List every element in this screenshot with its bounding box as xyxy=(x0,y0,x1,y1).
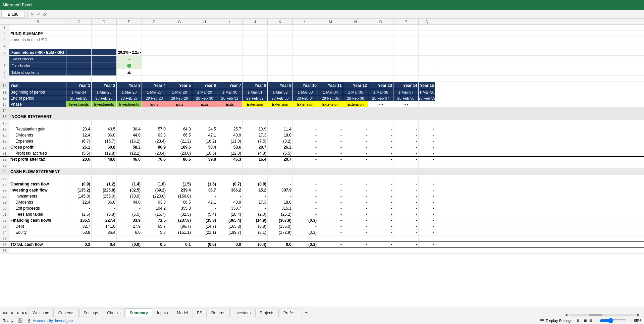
cell[interactable] xyxy=(117,107,142,113)
cell[interactable] xyxy=(92,31,117,37)
cell[interactable] xyxy=(268,62,293,69)
cell[interactable]: - xyxy=(293,126,318,132)
cell[interactable]: - xyxy=(393,150,419,156)
cell[interactable] xyxy=(243,120,268,126)
cell[interactable]: 0.1 xyxy=(167,242,192,247)
cell[interactable] xyxy=(343,25,368,31)
col-header-k[interactable]: K xyxy=(268,19,293,24)
cell[interactable]: - xyxy=(293,211,318,217)
cell[interactable]: 58.2 xyxy=(117,144,142,150)
cell[interactable] xyxy=(318,107,343,113)
cell[interactable] xyxy=(117,31,142,37)
cell[interactable] xyxy=(318,69,343,75)
cell[interactable]: (307.9) xyxy=(268,217,293,223)
cell[interactable]: - xyxy=(343,126,368,132)
cell[interactable]: 11.4 xyxy=(268,126,293,132)
cell[interactable] xyxy=(343,69,368,75)
cell[interactable]: - xyxy=(343,211,368,217)
cell[interactable]: - xyxy=(368,187,393,193)
cell[interactable]: - xyxy=(393,217,419,223)
cell[interactable]: 58.6 xyxy=(217,144,243,150)
cell[interactable] xyxy=(293,162,318,168)
cell[interactable]: - xyxy=(368,150,393,156)
cell[interactable] xyxy=(268,113,293,120)
cell[interactable] xyxy=(393,43,419,49)
cell[interactable] xyxy=(293,69,318,75)
cell[interactable]: 42.1 xyxy=(192,199,217,205)
tab-returns[interactable]: Returns xyxy=(207,309,230,317)
cell[interactable]: - xyxy=(318,150,343,156)
cell[interactable] xyxy=(368,25,393,31)
cell[interactable]: (10.6) xyxy=(192,150,217,156)
cell[interactable] xyxy=(92,113,117,120)
cell[interactable] xyxy=(393,56,419,62)
cell[interactable]: - xyxy=(368,126,393,132)
cell[interactable] xyxy=(66,43,92,49)
cell[interactable] xyxy=(217,69,243,75)
tab-checks[interactable]: Checks xyxy=(103,309,125,317)
cell[interactable] xyxy=(343,235,368,241)
cell[interactable]: 0.5 xyxy=(142,242,167,247)
cell[interactable] xyxy=(92,107,117,113)
cell[interactable]: (12.8) xyxy=(92,150,117,156)
cell[interactable]: 46.0 xyxy=(117,157,142,162)
cell[interactable] xyxy=(419,62,435,69)
cell[interactable] xyxy=(9,162,66,168)
col-header-m[interactable]: M xyxy=(318,19,343,24)
col-header-l[interactable]: L xyxy=(293,19,318,24)
cell[interactable] xyxy=(167,235,192,241)
cell[interactable]: 43.9 xyxy=(217,199,243,205)
cell[interactable] xyxy=(318,120,343,126)
cell[interactable]: 63.3 xyxy=(142,199,167,205)
cell[interactable]: - xyxy=(318,205,343,211)
cell[interactable] xyxy=(419,162,435,168)
cell[interactable] xyxy=(393,25,419,31)
cell[interactable]: 36.7 xyxy=(192,187,217,193)
cell[interactable]: - xyxy=(192,193,217,199)
cell[interactable]: 57.0 xyxy=(142,126,167,132)
cell[interactable]: (8.1) xyxy=(243,229,268,235)
col-header-o[interactable]: O xyxy=(368,19,393,24)
cell[interactable] xyxy=(92,168,117,175)
cell[interactable] xyxy=(393,49,419,55)
cell[interactable]: 227.4 xyxy=(92,217,117,223)
cell[interactable] xyxy=(343,56,368,62)
cell[interactable]: 6.0 xyxy=(117,229,142,235)
cell[interactable]: 16.4 xyxy=(243,157,268,162)
cell[interactable]: (150.0) xyxy=(167,193,192,199)
cell[interactable]: (16.7) xyxy=(142,211,167,217)
cell[interactable] xyxy=(419,175,435,181)
cell[interactable]: (21.1) xyxy=(192,229,217,235)
cell[interactable]: - xyxy=(293,150,318,156)
cell[interactable] xyxy=(393,175,419,181)
col-header-c[interactable]: C xyxy=(66,19,92,24)
cell[interactable] xyxy=(92,25,117,31)
cell[interactable] xyxy=(368,62,393,69)
cell[interactable] xyxy=(192,107,217,113)
cell[interactable]: - xyxy=(343,193,368,199)
cell[interactable]: - xyxy=(368,138,393,144)
cell[interactable]: - xyxy=(243,205,268,211)
scroll-right-icon[interactable]: ▶ xyxy=(637,313,640,317)
cell[interactable]: (21.2) xyxy=(167,138,192,144)
cell[interactable] xyxy=(318,25,343,31)
tab-projects[interactable]: Projects xyxy=(255,309,278,317)
cell[interactable]: (0.6) xyxy=(192,242,217,247)
cell[interactable] xyxy=(368,162,393,168)
cell[interactable]: - xyxy=(318,126,343,132)
cell[interactable] xyxy=(368,107,393,113)
cell[interactable] xyxy=(293,107,318,113)
cell[interactable]: (255.0) xyxy=(92,193,117,199)
cell[interactable]: - xyxy=(393,229,419,235)
cell[interactable] xyxy=(117,37,142,43)
cell[interactable]: 96.9 xyxy=(142,144,167,150)
cell[interactable] xyxy=(117,76,142,82)
cell[interactable]: - xyxy=(393,144,419,150)
cell[interactable] xyxy=(217,76,243,82)
cell[interactable]: - xyxy=(393,242,419,247)
cell[interactable]: - xyxy=(393,157,419,162)
cell[interactable]: - xyxy=(393,126,419,132)
cell[interactable]: (0.4) xyxy=(243,242,268,247)
cell[interactable] xyxy=(318,113,343,120)
cell[interactable] xyxy=(243,49,268,55)
